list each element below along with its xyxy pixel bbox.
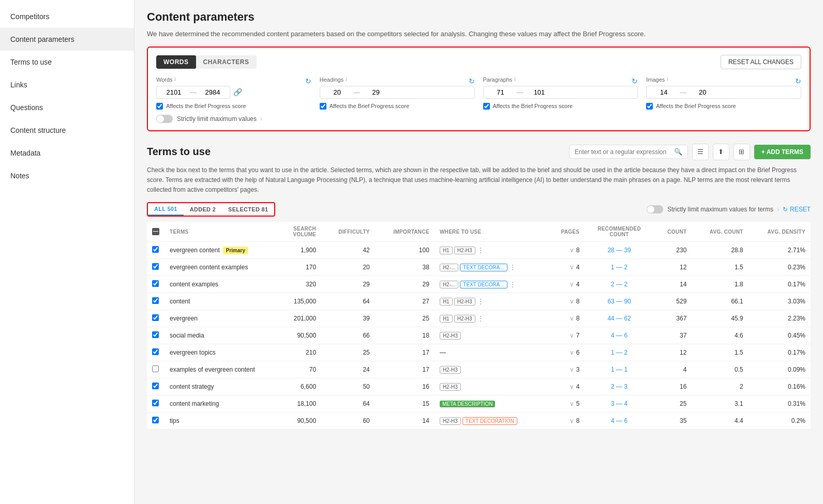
filter-icon-btn[interactable]: ☰	[692, 144, 709, 160]
tab-words[interactable]: WORDS	[156, 55, 196, 69]
terms-search-box[interactable]: 🔍	[569, 145, 688, 159]
filter-tab-all[interactable]: ALL 501	[148, 203, 184, 216]
difficulty: 60	[321, 413, 375, 430]
chevron-icon[interactable]: ∨	[570, 281, 574, 288]
main-content: Content parameters We have determined th…	[134, 0, 823, 504]
sidebar-item-notes[interactable]: Notes	[0, 164, 134, 187]
sidebar-item-questions[interactable]: Questions	[0, 96, 134, 119]
more-options-icon[interactable]: ⋮	[509, 281, 516, 288]
col-pages-header[interactable]: PAGES	[548, 222, 585, 242]
chevron-icon[interactable]: ∨	[570, 332, 574, 339]
rec-count: 4 — 6	[585, 327, 654, 344]
col-density-header[interactable]: AVG. DENSITY	[749, 222, 811, 242]
chevron-icon[interactable]: ∨	[570, 315, 574, 322]
more-options-icon[interactable]: ⋮	[509, 264, 516, 271]
more-options-icon[interactable]: ⋮	[477, 298, 484, 305]
more-options-icon[interactable]: ⋮	[477, 315, 484, 322]
strict-terms-toggle[interactable]	[647, 205, 663, 213]
filter-tab-selected[interactable]: SELECTED 81	[222, 203, 274, 216]
row-checkbox[interactable]	[152, 417, 159, 423]
row-checkbox[interactable]	[152, 348, 159, 355]
h2h3-badge[interactable]: H2-H3	[454, 247, 475, 254]
chevron-icon[interactable]: ∨	[570, 247, 574, 254]
upload-icon-btn[interactable]: ⬆	[713, 144, 729, 160]
words-affects-checkbox[interactable]	[156, 103, 163, 110]
h2-badge[interactable]: H2-...	[440, 264, 458, 271]
row-checkbox[interactable]	[152, 331, 159, 338]
chevron-icon[interactable]: ∨	[570, 264, 574, 271]
paragraphs-affects-checkbox[interactable]	[483, 103, 490, 110]
tab-characters[interactable]: CHARACTERS	[196, 55, 257, 69]
chevron-icon[interactable]: ∨	[570, 298, 574, 305]
grid-icon-btn[interactable]: ⊞	[734, 144, 750, 160]
sidebar-item-content-parameters[interactable]: Content parameters	[0, 28, 134, 51]
h2h3-badge[interactable]: H2-H3	[440, 366, 461, 374]
row-checkbox[interactable]	[152, 314, 159, 321]
sidebar-item-metadata[interactable]: Metadata	[0, 142, 134, 164]
text-decoration-badge[interactable]: TEXT DECORATION	[462, 417, 517, 425]
meta-desc-badge[interactable]: META DESCRIPTION	[440, 401, 496, 407]
paragraphs-min-input[interactable]	[488, 88, 514, 96]
images-refresh-icon[interactable]: ↻	[795, 77, 801, 85]
chevron-icon[interactable]: ∨	[570, 400, 574, 407]
headings-max-input[interactable]	[363, 88, 389, 96]
h2h3-badge[interactable]: H2-H3	[440, 332, 461, 340]
row-checkbox[interactable]	[152, 297, 159, 304]
text-decora-badge[interactable]: TEXT DECORA...	[460, 281, 507, 288]
images-affects-checkbox[interactable]	[646, 103, 653, 110]
h2h3-badge[interactable]: H2-H3	[440, 417, 461, 425]
h2-badge[interactable]: H2-...	[440, 281, 458, 288]
headings-affects-checkbox[interactable]	[320, 103, 326, 110]
add-terms-button[interactable]: + ADD TERMS	[754, 145, 811, 159]
h2h3-badge[interactable]: H2-H3	[440, 383, 461, 391]
headings-label: Headings i	[320, 77, 347, 83]
terms-search-input[interactable]	[575, 148, 671, 156]
col-avg-header[interactable]: AVG. COUNT	[692, 222, 748, 242]
row-checkbox[interactable]	[152, 400, 159, 406]
col-where-header[interactable]: WHERE TO USE	[435, 222, 548, 242]
col-rec-header[interactable]: RECOMMENDEDCOUNT	[585, 222, 654, 242]
sidebar-item-links[interactable]: Links	[0, 73, 134, 96]
text-decora-badge[interactable]: TEXT DECORA...	[460, 264, 507, 271]
row-checkbox[interactable]	[152, 280, 159, 287]
row-checkbox[interactable]	[152, 263, 159, 270]
reset-link[interactable]: ↻ RESET	[783, 206, 811, 213]
paragraphs-refresh-icon[interactable]: ↻	[632, 77, 638, 85]
chevron-icon[interactable]: ∨	[570, 349, 574, 356]
h1-badge[interactable]: H1	[440, 315, 453, 323]
filter-tab-added[interactable]: ADDED 2	[184, 203, 222, 216]
h2h3-badge[interactable]: H2-H3	[454, 298, 475, 306]
more-options-icon[interactable]: ⋮	[477, 247, 484, 254]
dash-label: —	[440, 349, 446, 356]
h1-badge[interactable]: H1	[440, 298, 453, 306]
chevron-icon[interactable]: ∨	[570, 417, 574, 424]
col-diff-header[interactable]: DIFFICULTY	[321, 222, 375, 242]
row-checkbox[interactable]	[152, 365, 159, 372]
strict-limit-toggle[interactable]	[156, 115, 173, 123]
words-refresh-icon[interactable]: ↻	[305, 77, 311, 85]
deselect-all-icon[interactable]: —	[152, 228, 159, 235]
sidebar-item-content-structure[interactable]: Content structure	[0, 119, 134, 142]
images-min-input[interactable]	[651, 88, 677, 96]
headings-refresh-icon[interactable]: ↻	[469, 77, 475, 85]
row-checkbox[interactable]	[152, 246, 159, 253]
row-checkbox[interactable]	[152, 383, 159, 389]
reset-all-changes-button[interactable]: RESET ALL CHANGES	[721, 55, 801, 69]
pages: ∨ 8	[548, 242, 585, 259]
paragraphs-max-input[interactable]	[527, 88, 552, 96]
link-icon[interactable]: 🔗	[233, 88, 242, 96]
words-min-input[interactable]	[161, 88, 187, 96]
sidebar-item-terms-to-use[interactable]: Terms to use	[0, 51, 134, 73]
h2h3-badge[interactable]: H2-H3	[454, 315, 475, 323]
col-count-header[interactable]: COUNT	[654, 222, 692, 242]
col-imp-header[interactable]: IMPORTANCE	[375, 222, 435, 242]
col-sv-header[interactable]: SEARCHVOLUME	[278, 222, 321, 242]
headings-min-input[interactable]	[324, 88, 350, 96]
h1-badge[interactable]: H1	[440, 247, 453, 254]
words-max-input[interactable]	[200, 88, 226, 96]
term-name-text: evergreen	[170, 315, 198, 322]
sidebar-item-competitors[interactable]: Competitors	[0, 5, 134, 28]
images-max-input[interactable]	[690, 88, 715, 96]
chevron-icon[interactable]: ∨	[570, 366, 574, 373]
chevron-icon[interactable]: ∨	[570, 383, 574, 390]
